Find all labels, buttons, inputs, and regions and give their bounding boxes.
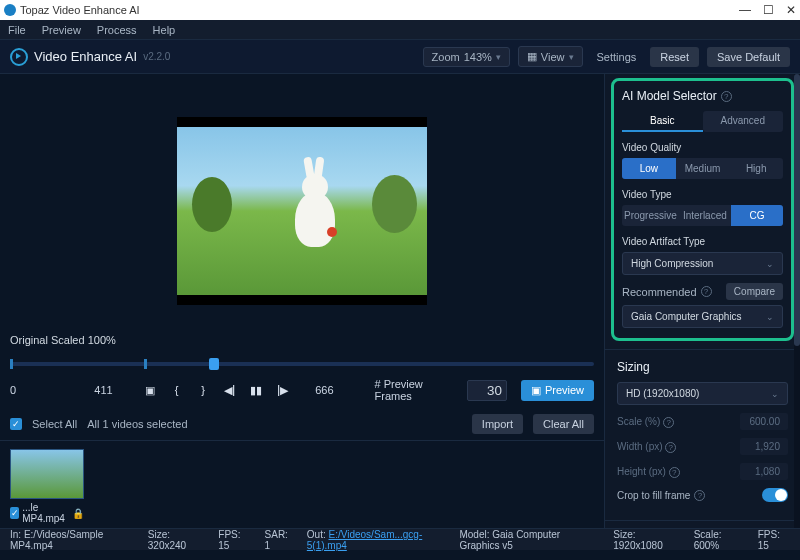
chevron-down-icon: ▾ [569, 52, 574, 62]
time-end: 666 [302, 384, 346, 396]
maximize-button[interactable]: ☐ [763, 3, 774, 17]
window-titlebar: Topaz Video Enhance AI — ☐ ✕ [0, 0, 800, 20]
in-path: E:/Videos/Sample MP4.mp4 [10, 529, 103, 551]
close-button[interactable]: ✕ [786, 3, 796, 17]
import-button[interactable]: Import [472, 414, 523, 434]
frames-label: # Preview Frames [375, 378, 453, 402]
lock-icon[interactable]: 🔒 [72, 508, 84, 519]
preview-area [0, 74, 604, 328]
quality-high[interactable]: High [729, 158, 783, 179]
sar: SAR: 1 [265, 529, 293, 551]
app-version: v2.2.0 [143, 51, 170, 62]
title-text: Topaz Video Enhance AI [20, 4, 140, 16]
time-start: 0 [10, 384, 63, 396]
zoom-value: 143% [464, 51, 492, 63]
help-icon[interactable]: ? [721, 91, 732, 102]
logo-icon [10, 48, 28, 66]
menu-file[interactable]: File [8, 24, 26, 36]
quality-label: Video Quality [622, 142, 783, 153]
settings-panel: AI Model Selector ? Basic Advanced Video… [604, 74, 800, 528]
chevron-down-icon: ⌄ [766, 312, 774, 322]
out-marker[interactable] [144, 359, 147, 369]
type-cg[interactable]: CG [731, 205, 783, 226]
section-title: AI Model Selector [622, 89, 717, 103]
timeline[interactable] [0, 352, 604, 372]
chevron-down-icon: ⌄ [771, 389, 779, 399]
time-current: 411 [77, 384, 130, 396]
grid-icon: ▦ [527, 50, 537, 63]
tab-advanced[interactable]: Advanced [703, 111, 784, 132]
menu-process[interactable]: Process [97, 24, 137, 36]
type-progressive[interactable]: Progressive [622, 205, 679, 226]
select-all-checkbox[interactable]: ✓ [10, 418, 22, 430]
menubar: File Preview Process Help [0, 20, 800, 40]
out-size: Size: 1920x1080 [613, 529, 679, 551]
main-panel: Original Scaled 100% 0 411 ▣ { } ◀ǀ ▮▮ ǀ… [0, 74, 604, 528]
reset-button[interactable]: Reset [650, 47, 699, 67]
camera-icon: ▣ [531, 384, 541, 397]
quality-medium[interactable]: Medium [676, 158, 730, 179]
playback-controls: 0 411 ▣ { } ◀ǀ ▮▮ ǀ▶ 666 # Preview Frame… [0, 372, 604, 408]
help-icon[interactable]: ? [701, 286, 712, 297]
menu-preview[interactable]: Preview [42, 24, 81, 36]
video-preview[interactable] [177, 117, 427, 305]
app-toolbar: Video Enhance AI v2.2.0 Zoom 143% ▾ ▦ Vi… [0, 40, 800, 74]
help-icon[interactable]: ? [663, 417, 674, 428]
thumb-filename: ...le MP4.mp4 [22, 502, 69, 524]
in-marker[interactable] [10, 359, 13, 369]
thumb-checkbox[interactable]: ✓ [10, 507, 19, 519]
type-interlaced[interactable]: Interlaced [679, 205, 731, 226]
settings-label[interactable]: Settings [597, 51, 637, 63]
video-list: ✓ ...le MP4.mp4 🔒 [0, 441, 604, 528]
scale-value[interactable]: 600.00 [740, 413, 788, 430]
sizing-title: Sizing [617, 360, 788, 374]
view-control[interactable]: ▦ View ▾ [518, 46, 583, 67]
height-value[interactable]: 1,080 [740, 463, 788, 480]
selection-count: All 1 videos selected [87, 418, 187, 430]
clear-all-button[interactable]: Clear All [533, 414, 594, 434]
playhead[interactable] [209, 358, 219, 370]
selection-row: ✓ Select All All 1 videos selected Impor… [0, 408, 604, 441]
view-label: View [541, 51, 565, 63]
help-icon[interactable]: ? [694, 490, 705, 501]
minimize-button[interactable]: — [739, 3, 751, 17]
compare-button[interactable]: Compare [726, 283, 783, 300]
scale-label: Original Scaled 100% [0, 328, 604, 352]
out-scale: Scale: 600% [694, 529, 744, 551]
zoom-label: Zoom [432, 51, 460, 63]
scrollbar[interactable] [794, 74, 800, 528]
step-forward-icon[interactable]: ǀ▶ [276, 383, 288, 397]
type-segment: Progressive Interlaced CG [622, 205, 783, 226]
mark-out-icon[interactable]: } [197, 383, 209, 397]
video-thumbnail[interactable]: ✓ ...le MP4.mp4 🔒 [10, 449, 84, 524]
select-all-label[interactable]: Select All [32, 418, 77, 430]
app-icon [4, 4, 16, 16]
mark-in-icon[interactable]: { [170, 383, 182, 397]
sizing-preset-dropdown[interactable]: HD (1920x1080) ⌄ [617, 382, 788, 405]
artifact-label: Video Artifact Type [622, 236, 783, 247]
pause-icon[interactable]: ▮▮ [250, 383, 262, 397]
quality-segment: Low Medium High [622, 158, 783, 179]
zoom-control[interactable]: Zoom 143% ▾ [423, 47, 510, 67]
chevron-down-icon: ▾ [496, 52, 501, 62]
camera-icon[interactable]: ▣ [144, 383, 156, 397]
frames-input[interactable] [467, 380, 507, 401]
in-fps: FPS: 15 [218, 529, 250, 551]
help-icon[interactable]: ? [665, 442, 676, 453]
recommended-dropdown[interactable]: Gaia Computer Graphics ⌄ [622, 305, 783, 328]
app-title: Video Enhance AI [34, 49, 137, 64]
status-model: Model: Gaia Computer Graphics v5 [459, 529, 599, 551]
quality-low[interactable]: Low [622, 158, 676, 179]
step-back-icon[interactable]: ◀ǀ [223, 383, 235, 397]
width-value[interactable]: 1,920 [740, 438, 788, 455]
tab-basic[interactable]: Basic [622, 111, 703, 132]
in-size: Size: 320x240 [148, 529, 205, 551]
type-label: Video Type [622, 189, 783, 200]
help-icon[interactable]: ? [669, 467, 680, 478]
save-default-button[interactable]: Save Default [707, 47, 790, 67]
preview-button[interactable]: ▣ Preview [521, 380, 594, 401]
artifact-dropdown[interactable]: High Compression ⌄ [622, 252, 783, 275]
sizing-section: Sizing HD (1920x1080) ⌄ Scale (%) ? 600.… [605, 349, 800, 520]
crop-toggle[interactable] [762, 488, 788, 502]
menu-help[interactable]: Help [153, 24, 176, 36]
